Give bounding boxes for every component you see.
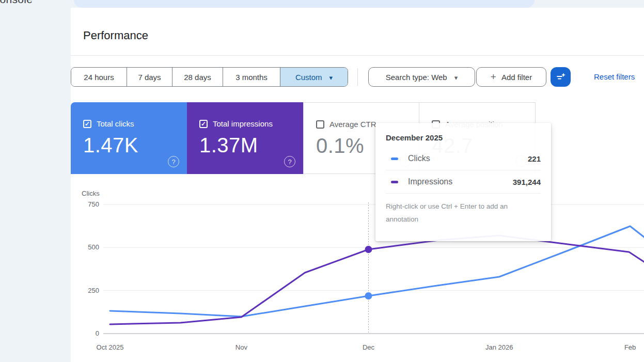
tooltip-row-impressions: Impressions 391,244 <box>386 170 541 194</box>
top-app-bar <box>71 0 644 8</box>
left-sidebar: Console <box>0 0 71 362</box>
search-console-performance-page: Console Performance 24 hours 7 days 28 d… <box>0 0 644 362</box>
clicks-series-swatch <box>391 158 398 160</box>
search-console-logo[interactable]: Console <box>0 0 33 6</box>
tooltip-row-label: Clicks <box>408 154 528 163</box>
tooltip-row-value: 221 <box>528 154 541 163</box>
tooltip-row-label: Impressions <box>408 177 513 186</box>
search-bar[interactable] <box>74 0 535 8</box>
impressions-series-swatch <box>391 181 398 183</box>
tooltip-annotation-hint: Right-click or use Ctrl + Enter to add a… <box>386 200 531 226</box>
tooltip-row-value: 391,244 <box>513 178 541 186</box>
chart-hover-tooltip: December 2025 Clicks 221 Impressions 391… <box>375 123 551 241</box>
tooltip-row-clicks: Clicks 221 <box>386 147 541 170</box>
tooltip-date: December 2025 <box>386 133 541 142</box>
